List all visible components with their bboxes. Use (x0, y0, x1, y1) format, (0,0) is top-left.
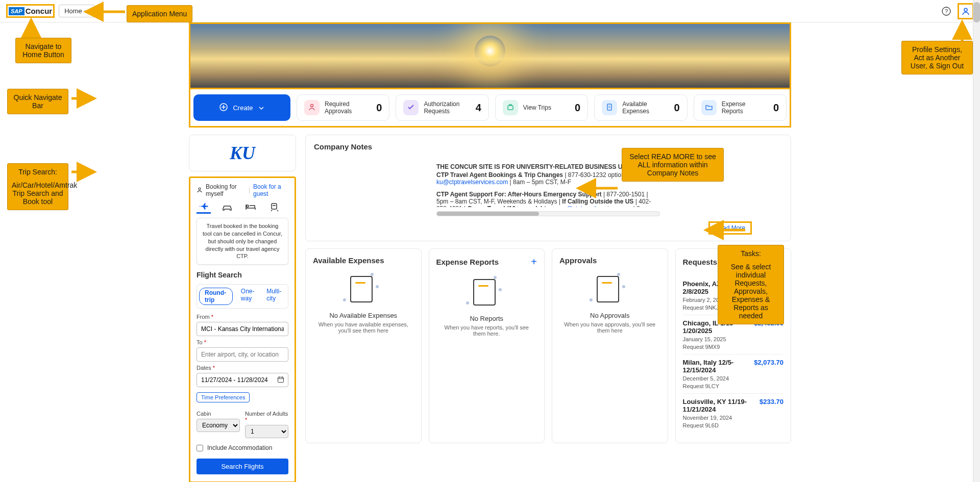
nav-label: Available Expenses (622, 100, 669, 115)
from-label: From (197, 314, 210, 320)
flight-tab[interactable] (197, 202, 211, 214)
available-expenses-widget: Available Expenses No Available Expenses… (305, 248, 422, 443)
callout-line: Air/Car/Hotel/Amtrak Trip Search and Boo… (12, 181, 64, 206)
to-label: To (197, 339, 203, 345)
nav-count: 4 (476, 102, 481, 114)
profile-button[interactable] (958, 3, 974, 19)
roundtrip-tab[interactable]: Round-trip (199, 288, 233, 305)
travel-type-tabs (197, 202, 288, 214)
notes-scrollbar[interactable] (436, 211, 660, 216)
callout-profile: Profile Settings, Act as Another User, &… (901, 41, 973, 74)
browser-scrollbar[interactable] (973, 0, 980, 482)
callout-app-menu: Application Menu (127, 5, 192, 22)
include-accom-label: Include Accommodation (207, 444, 272, 451)
svg-rect-13 (607, 104, 611, 110)
nav-count: 0 (773, 102, 779, 114)
hotel-tab[interactable] (243, 202, 258, 214)
svg-point-2 (964, 8, 967, 11)
trip-type-tabs: Round-trip One-way Multi-city (197, 284, 288, 309)
empty-illustration (590, 273, 630, 303)
svg-text:?: ? (945, 8, 948, 14)
nav-available-expenses[interactable]: Available Expenses 0 (594, 94, 687, 121)
train-tab[interactable] (267, 202, 281, 214)
widget-title: Approvals (559, 256, 597, 265)
empty-illustration (343, 273, 384, 303)
svg-point-14 (199, 188, 201, 190)
person-icon (308, 103, 316, 113)
widget-title: Available Expenses (313, 256, 384, 265)
empty-sub: When you have available expenses, you'll… (313, 321, 414, 334)
svg-rect-12 (508, 106, 513, 110)
nav-auth-requests[interactable]: Authorization Requests 4 (396, 94, 488, 121)
cabin-select[interactable]: Economy (197, 419, 240, 432)
dates-input[interactable] (197, 373, 288, 387)
car-tab[interactable] (220, 202, 234, 214)
sap-concur-logo[interactable]: SAP Concur (6, 4, 55, 18)
nav-label: Expense Reports (722, 100, 768, 115)
request-item[interactable]: Milan, Italy 12/5-12/15/2024$2,073.70 De… (683, 354, 784, 394)
folder-icon (705, 103, 713, 113)
suitcase-icon (506, 103, 514, 113)
trip-search-panel: Booking for myself | Book for a guest Tr… (189, 176, 296, 482)
concur-text: Concur (26, 7, 53, 15)
person-icon (197, 187, 203, 194)
callout-tripsearch: Trip Search: Air/Car/Hotel/Amtrak Trip S… (7, 163, 68, 210)
adults-label: Number of Adults (245, 411, 288, 417)
nav-label: Required Approvals (325, 100, 371, 115)
nav-count: 0 (575, 102, 580, 114)
empty-illustration (466, 276, 507, 307)
check-icon (407, 103, 415, 113)
empty-title: No Approvals (559, 312, 660, 319)
arrow-icon (704, 225, 745, 236)
search-flights-button[interactable]: Search Flights (197, 459, 288, 474)
nav-count: 0 (376, 102, 382, 114)
callout-line: Tasks: (723, 249, 778, 258)
notes-line: CTP Travel Agent Bookings & Trip Changes (436, 171, 563, 179)
nav-required-approvals[interactable]: Required Approvals 0 (297, 94, 389, 121)
widget-title: Expense Reports (436, 258, 499, 266)
email-link[interactable]: ku@ctptravelservices.com (436, 179, 508, 186)
callout-navigate-home: Navigate to Home Button (15, 38, 71, 63)
sap-badge: SAP (9, 7, 24, 15)
calendar-icon[interactable] (277, 376, 284, 385)
arrow-icon (71, 167, 96, 178)
nav-view-trips[interactable]: View Trips 0 (495, 94, 588, 121)
nav-expense-reports[interactable]: Expense Reports 0 (694, 94, 787, 121)
help-icon[interactable]: ? (940, 5, 952, 17)
ku-logo-card: KU (189, 135, 296, 171)
adults-select[interactable]: 1 (245, 425, 288, 438)
empty-sub: When you have approvals, you'll see them… (559, 321, 660, 334)
nav-label: Authorization Requests (424, 100, 470, 115)
email-link[interactable]: groups@ctptravelservices.com (548, 205, 631, 207)
travel-info-note: Travel booked in the booking tool can be… (197, 218, 288, 265)
svg-rect-16 (278, 377, 284, 383)
nav-count: 0 (674, 102, 680, 114)
svg-rect-15 (272, 204, 277, 209)
callout-tasks: Tasks: See & select individual Requests,… (718, 245, 784, 324)
multicity-tab[interactable]: Multi-city (266, 288, 284, 305)
arrow-icon (27, 18, 36, 40)
booking-self-label: Booking for myself (206, 183, 246, 197)
hero-banner (189, 22, 791, 88)
book-guest-link[interactable]: Book for a guest (253, 183, 288, 197)
callout-readmore: Select READ MORE to see ALL information … (622, 148, 724, 182)
include-accommodation-checkbox[interactable]: Include Accommodation (197, 444, 288, 451)
quick-nav-bar: Create Required Approvals 0 Authorizatio… (189, 88, 791, 128)
sun-graphic (475, 36, 505, 66)
from-input[interactable] (197, 322, 288, 336)
create-label: Create (233, 104, 253, 112)
callout-line: Trip Search: (12, 168, 64, 176)
to-input[interactable] (197, 347, 288, 362)
oneway-tab[interactable]: One-way (241, 288, 258, 305)
home-label: Home (64, 7, 82, 15)
arrow-icon (84, 7, 125, 18)
request-item[interactable]: Louisville, KY 11/19-11/21/2024$233.70 N… (683, 394, 784, 433)
empty-title: No Reports (436, 315, 537, 322)
create-button[interactable]: Create (193, 94, 290, 121)
approvals-widget: Approvals No Approvals When you have app… (552, 248, 668, 443)
empty-sub: When you have reports, you'll see them h… (436, 324, 537, 337)
time-preferences-button[interactable]: Time Preferences (197, 392, 250, 402)
chevron-down-icon (258, 104, 264, 112)
add-report-button[interactable]: + (531, 256, 537, 268)
svg-point-11 (311, 104, 313, 107)
